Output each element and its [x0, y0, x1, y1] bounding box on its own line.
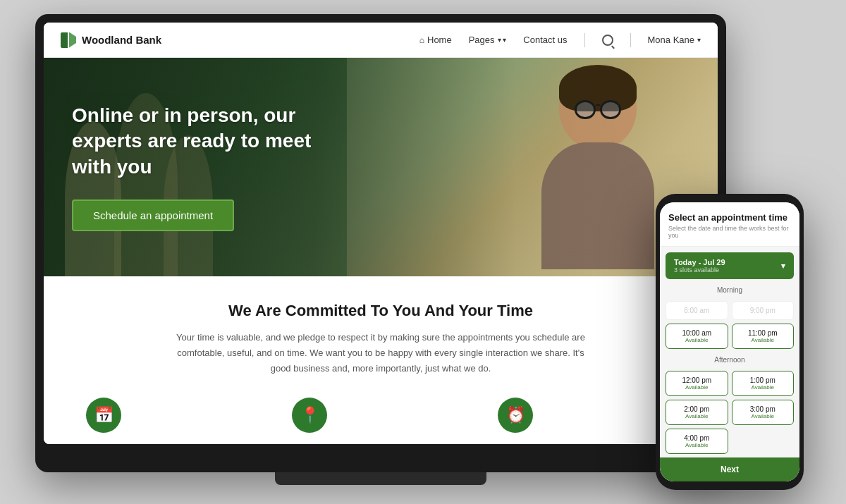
slots-available: 3 slots available	[674, 266, 725, 273]
time-slot-1200pm[interactable]: 12:00 pm Available	[666, 371, 728, 396]
hero-content: Online or in person, our experts are rea…	[44, 75, 382, 259]
nav-divider-2	[630, 33, 631, 47]
time-slot-1100pm[interactable]: 11:00 pm Available	[732, 324, 795, 349]
user-name: Mona Kane	[648, 35, 695, 45]
laptop: Woodland Bank Home Pages ▾ Contact us	[35, 14, 726, 472]
time-slot-1000am[interactable]: 10:00 am Available	[666, 324, 728, 349]
reminders-icon: ⏰	[498, 398, 533, 433]
user-chevron-icon: ▾	[697, 36, 701, 44]
afternoon-slots: 12:00 pm Available 1:00 pm Available 2:0…	[666, 371, 794, 454]
chevron-down-icon: ▾	[498, 36, 507, 44]
date-selector[interactable]: Today - Jul 29 3 slots available ▾	[666, 252, 794, 279]
feature-reminders: ⏰ Timely Reminders Our automated confirm…	[498, 398, 675, 444]
reminders-title: Timely Reminders	[498, 443, 675, 444]
date-label: Today - Jul 29	[674, 258, 725, 266]
phone-subtitle: Select the date and time the works best …	[668, 225, 791, 239]
laptop-base	[275, 472, 486, 485]
time-slot-800am[interactable]: 8:00 am	[666, 301, 728, 320]
content-section: We Are Committed To You And Your Time Yo…	[44, 276, 718, 444]
nav-contact[interactable]: Contact us	[523, 35, 567, 45]
content-title: We Are Committed To You And Your Time	[86, 302, 675, 320]
phone-title: Select an appointment time	[668, 212, 791, 223]
time-slot-300pm[interactable]: 3:00 pm Available	[732, 400, 795, 425]
time-slot-900pm[interactable]: 9:00 pm	[732, 301, 795, 320]
afternoon-label: Afternoon	[666, 355, 794, 365]
phone-header: Select an appointment time Select the da…	[660, 202, 799, 247]
branches-title: Nearby Branches	[292, 443, 470, 444]
hero-section: Online or in person, our experts are rea…	[44, 58, 718, 276]
features-grid: 📅 Stress-Free Scheduling Our online sche…	[86, 398, 675, 444]
time-slot-100pm[interactable]: 1:00 pm Available	[732, 371, 795, 396]
nav-home[interactable]: Home	[419, 35, 452, 45]
branches-icon: 📍	[292, 398, 327, 433]
logo: Woodland Bank	[61, 32, 161, 48]
feature-scheduling: 📅 Stress-Free Scheduling Our online sche…	[86, 398, 264, 444]
scene: Woodland Bank Home Pages ▾ Contact us	[0, 0, 846, 504]
nav-pages[interactable]: Pages ▾	[469, 35, 507, 45]
laptop-frame: Woodland Bank Home Pages ▾ Contact us	[35, 14, 726, 472]
morning-slots: 8:00 am 9:00 pm 10:00 am Available 11:00…	[666, 301, 794, 349]
laptop-screen: Woodland Bank Home Pages ▾ Contact us	[44, 23, 718, 444]
nav-divider	[584, 33, 585, 47]
schedule-appointment-button[interactable]: Schedule an appointment	[72, 199, 234, 231]
logo-icon	[61, 32, 76, 48]
time-slot-400pm[interactable]: 4:00 pm Available	[666, 429, 728, 454]
phone: Select an appointment time Select the da…	[656, 194, 804, 490]
home-icon	[419, 35, 424, 45]
logo-text: Woodland Bank	[82, 34, 161, 46]
logo-icon-left	[61, 32, 68, 48]
phone-screen: Select an appointment time Select the da…	[660, 202, 799, 481]
content-description: Your time is valuable, and we pledge to …	[169, 330, 592, 376]
next-button[interactable]: Next	[660, 457, 799, 481]
morning-label: Morning	[666, 285, 794, 295]
logo-icon-right	[69, 32, 76, 48]
time-slot-200pm[interactable]: 2:00 pm Available	[666, 400, 728, 425]
date-chevron-icon: ▾	[781, 262, 785, 271]
feature-branches: 📍 Nearby Branches We make it easy to cho…	[292, 398, 470, 444]
nav-links: Home Pages ▾ Contact us Mon	[419, 33, 701, 47]
scheduling-title: Stress-Free Scheduling	[86, 443, 264, 444]
scheduling-icon: 📅	[86, 398, 121, 433]
navbar: Woodland Bank Home Pages ▾ Contact us	[44, 23, 718, 58]
phone-body: Today - Jul 29 3 slots available ▾ Morni…	[660, 247, 799, 457]
hero-title: Online or in person, our experts are rea…	[72, 103, 354, 180]
user-menu[interactable]: Mona Kane ▾	[648, 35, 701, 45]
search-icon[interactable]	[602, 35, 613, 46]
